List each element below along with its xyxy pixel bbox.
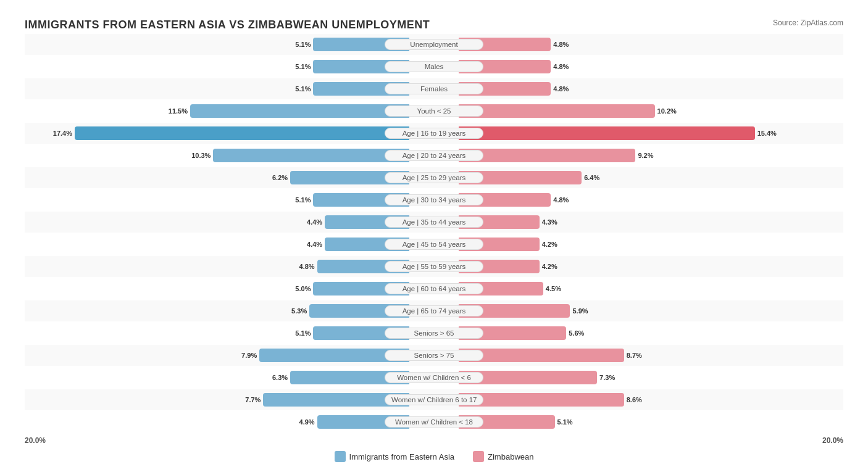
bar-row: 5.0% Age | 60 to 64 years 4.5% bbox=[25, 278, 843, 299]
bar-row: 4.9% Women w/ Children < 18 5.1% bbox=[25, 411, 843, 432]
right-area: 4.2% bbox=[459, 258, 843, 275]
left-area: 7.7% bbox=[25, 391, 409, 408]
right-value: 4.8% bbox=[553, 196, 569, 204]
pink-bar: 15.4% bbox=[459, 126, 755, 140]
blue-bar: 11.5% bbox=[190, 104, 409, 118]
legend: Immigrants from Eastern Asia Zimbabwean bbox=[25, 451, 843, 462]
left-value: 4.8% bbox=[299, 263, 315, 270]
left-value: 4.9% bbox=[299, 418, 315, 426]
bar-row: 5.1% Seniors > 65 5.6% bbox=[25, 323, 843, 344]
blue-bar: 17.4% bbox=[75, 126, 409, 140]
bar-row: 5.1% Males 4.8% bbox=[25, 56, 843, 77]
bar-label: Women w/ Children 6 to 17 bbox=[385, 394, 483, 405]
right-value: 4.2% bbox=[542, 241, 557, 248]
left-value: 4.4% bbox=[307, 241, 322, 248]
left-area: 4.8% bbox=[25, 258, 409, 275]
bar-label: Age | 16 to 19 years bbox=[385, 128, 483, 139]
left-value: 7.9% bbox=[241, 352, 257, 359]
center-label-area: Males bbox=[409, 61, 459, 72]
center-label-area: Age | 55 to 59 years bbox=[409, 261, 459, 272]
right-value: 6.4% bbox=[584, 174, 599, 181]
center-label-area: Age | 16 to 19 years bbox=[409, 128, 459, 139]
left-area: 5.1% bbox=[25, 324, 409, 342]
left-area: 5.0% bbox=[25, 280, 409, 297]
center-label-area: Women w/ Children 6 to 17 bbox=[409, 394, 459, 405]
center-label-area: Seniors > 65 bbox=[409, 328, 459, 339]
left-area: 5.1% bbox=[25, 191, 409, 209]
center-label-area: Seniors > 75 bbox=[409, 350, 459, 361]
right-value: 4.8% bbox=[553, 41, 569, 48]
legend-item-right: Zimbabwean bbox=[473, 451, 533, 462]
right-value: 9.2% bbox=[638, 152, 653, 159]
right-area: 9.2% bbox=[459, 147, 843, 164]
bar-row: 11.5% Youth < 25 10.2% bbox=[25, 101, 843, 122]
right-area: 4.3% bbox=[459, 213, 843, 231]
center-label-area: Age | 60 to 64 years bbox=[409, 283, 459, 294]
center-label-area: Age | 25 to 29 years bbox=[409, 172, 459, 183]
left-area: 10.3% bbox=[25, 147, 409, 164]
right-area: 7.3% bbox=[459, 369, 843, 386]
right-value: 8.6% bbox=[627, 396, 642, 403]
pink-bar: 10.2% bbox=[459, 104, 655, 118]
bar-row: 6.2% Age | 25 to 29 years 6.4% bbox=[25, 167, 843, 188]
center-label-area: Unemployment bbox=[409, 39, 459, 50]
bar-label: Seniors > 65 bbox=[385, 328, 483, 339]
left-area: 5.1% bbox=[25, 58, 409, 75]
legend-box-blue bbox=[335, 451, 346, 462]
right-value: 4.8% bbox=[553, 63, 569, 70]
left-area: 5.1% bbox=[25, 36, 409, 53]
right-area: 10.2% bbox=[459, 102, 843, 120]
right-area: 15.4% bbox=[459, 125, 843, 142]
left-area: 4.4% bbox=[25, 236, 409, 253]
bar-row: 6.3% Women w/ Children < 6 7.3% bbox=[25, 367, 843, 388]
right-area: 5.1% bbox=[459, 413, 843, 431]
bar-row: 7.9% Seniors > 75 8.7% bbox=[25, 345, 843, 366]
left-value: 5.1% bbox=[295, 41, 311, 48]
right-area: 5.9% bbox=[459, 302, 843, 320]
center-label-area: Age | 35 to 44 years bbox=[409, 217, 459, 228]
bar-row: 10.3% Age | 20 to 24 years 9.2% bbox=[25, 145, 843, 166]
chart-title: IMMIGRANTS FROM EASTERN ASIA VS ZIMBABWE… bbox=[25, 19, 430, 31]
left-area: 11.5% bbox=[25, 102, 409, 120]
right-value: 15.4% bbox=[757, 130, 777, 137]
right-value: 5.9% bbox=[572, 307, 588, 315]
left-value: 6.2% bbox=[272, 174, 288, 181]
center-label-area: Females bbox=[409, 83, 459, 94]
left-area: 4.4% bbox=[25, 213, 409, 231]
right-value: 8.7% bbox=[627, 352, 642, 359]
bar-label: Unemployment bbox=[385, 39, 483, 50]
right-area: 4.5% bbox=[459, 280, 843, 297]
bar-label: Males bbox=[385, 61, 483, 72]
left-area: 5.3% bbox=[25, 302, 409, 320]
bar-row: 5.1% Age | 30 to 34 years 4.8% bbox=[25, 189, 843, 210]
right-area: 8.6% bbox=[459, 391, 843, 408]
right-value: 4.2% bbox=[542, 263, 557, 270]
chart-source: Source: ZipAtlas.com bbox=[773, 19, 843, 27]
bar-label: Women w/ Children < 18 bbox=[385, 416, 483, 428]
bar-row: 17.4% Age | 16 to 19 years 15.4% bbox=[25, 123, 843, 144]
bar-label: Age | 35 to 44 years bbox=[385, 217, 483, 228]
left-area: 7.9% bbox=[25, 347, 409, 364]
bar-label: Age | 45 to 54 years bbox=[385, 239, 483, 250]
legend-item-left: Immigrants from Eastern Asia bbox=[335, 451, 455, 462]
center-label-area: Women w/ Children < 18 bbox=[409, 416, 459, 428]
x-axis-left-label: 20.0% bbox=[25, 436, 46, 445]
left-area: 17.4% bbox=[25, 125, 409, 142]
blue-bar: 10.3% bbox=[213, 149, 409, 162]
right-area: 4.8% bbox=[459, 191, 843, 209]
right-value: 4.8% bbox=[553, 85, 569, 93]
left-area: 5.1% bbox=[25, 80, 409, 97]
right-value: 5.6% bbox=[569, 329, 584, 337]
right-value: 4.3% bbox=[542, 218, 557, 226]
bar-row: 5.1% Unemployment 4.8% bbox=[25, 34, 843, 55]
bar-row: 5.3% Age | 65 to 74 years 5.9% bbox=[25, 300, 843, 321]
pink-bar: 9.2% bbox=[459, 149, 636, 162]
center-label-area: Women w/ Children < 6 bbox=[409, 372, 459, 383]
x-axis-right-label: 20.0% bbox=[822, 436, 843, 445]
right-area: 5.6% bbox=[459, 324, 843, 342]
left-value: 6.3% bbox=[272, 374, 288, 381]
legend-label-left: Immigrants from Eastern Asia bbox=[349, 452, 455, 461]
bar-row: 4.4% Age | 45 to 54 years 4.2% bbox=[25, 234, 843, 255]
right-area: 6.4% bbox=[459, 169, 843, 186]
left-value: 5.1% bbox=[295, 329, 311, 337]
